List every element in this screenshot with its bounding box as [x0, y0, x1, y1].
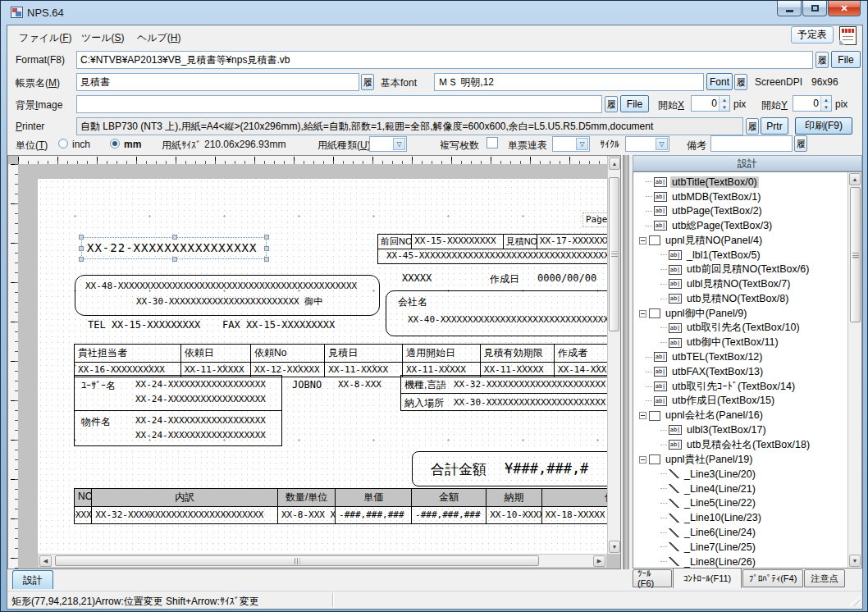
canvas-horizontal-scrollbar[interactable]: ◀ ▶: [38, 554, 607, 568]
company-box[interactable]: 会社名 XX-40-XXXXXXXXXXXXXXXXXXXXXXXXXXXXXX…: [386, 290, 607, 336]
schedule-button[interactable]: 予定表: [791, 26, 834, 43]
vertical-scroll-thumb[interactable]: [609, 177, 619, 331]
form-name-history-button[interactable]: 履: [361, 74, 374, 90]
unit-inch-radio[interactable]: [58, 139, 68, 148]
format-history-button[interactable]: 履: [815, 52, 829, 68]
panel-splitter[interactable]: [623, 155, 629, 569]
printer-field[interactable]: 自動 LBP730 (NT3 上),用紙=A4<縦>(210x296mm),給紙…: [76, 117, 743, 135]
tanpyo-dropdown[interactable]: ▽: [552, 136, 590, 152]
collapse-icon[interactable]: [639, 237, 646, 244]
property-name-box[interactable]: 物件名 XX-24-XXXXXXXXXXXXXXXXXX XX-24-XXXXX…: [74, 411, 282, 446]
menu-file[interactable]: ファイル(F): [14, 29, 76, 45]
tree-item[interactable]: _Line8(Line/26): [635, 555, 847, 569]
scroll-down-icon[interactable]: ▼: [849, 555, 861, 567]
tree-item[interactable]: utb取引先ｺｰﾄﾞ(TextBox/14): [635, 379, 847, 394]
resize-handle[interactable]: [79, 246, 84, 251]
resize-handle[interactable]: [264, 235, 269, 240]
tree-scroll-thumb[interactable]: [850, 187, 861, 322]
resize-handle[interactable]: [264, 246, 269, 251]
resize-handle[interactable]: [172, 235, 177, 240]
page-number-object[interactable]: Page.: [582, 212, 607, 227]
tree-item[interactable]: utb取引先名(TextBox/10): [635, 321, 847, 336]
horizontal-scroll-thumb[interactable]: [55, 555, 539, 566]
collapse-icon[interactable]: [639, 456, 646, 464]
scroll-down-icon[interactable]: ▼: [609, 541, 620, 553]
tree-item[interactable]: upnl会社名(Panel/16): [635, 409, 847, 423]
scroll-left-icon[interactable]: ◀: [39, 555, 52, 567]
tree-item[interactable]: utb前回見積NO(TextBox/6): [635, 263, 847, 277]
design-tree[interactable]: utbTitle(TextBox/0) utbMDB(TextBox/1) ut…: [633, 171, 862, 569]
machine-box[interactable]: 機種,言語 XX-32-XXXXXXXXXXXXXXXXXXXXXX 納入場所 …: [400, 375, 607, 411]
tree-item[interactable]: utbPage(TextBox/2): [635, 204, 847, 219]
tree-item[interactable]: upnl見積NO(Panel/4): [635, 233, 847, 248]
prtr-button[interactable]: Prtr: [761, 117, 788, 135]
tree-item[interactable]: utbTEL(TextBox/12): [635, 350, 847, 365]
menu-tool[interactable]: ツール(S): [76, 29, 130, 45]
close-button[interactable]: ✕: [828, 1, 861, 16]
bg-image-history-button[interactable]: 履: [605, 96, 618, 112]
tab-control[interactable]: ｺﾝﾄﾛｰﾙ(F11): [673, 568, 742, 588]
collapse-icon[interactable]: [639, 412, 646, 419]
jobno-value-object[interactable]: XX-8-XXX: [338, 379, 381, 390]
design-canvas[interactable]: Page. XX-22-XXXXXXXXXXXXXXXX 前回NO XX-15-…: [7, 155, 621, 569]
tab-property[interactable]: ﾌﾟﾛﾊﾟﾃｨ(F4): [742, 569, 803, 587]
maximize-button[interactable]: [802, 1, 827, 16]
tree-item[interactable]: utb御中(TextBox/11): [635, 336, 847, 350]
selected-title-textbox[interactable]: XX-22-XXXXXXXXXXXXXXXX: [81, 237, 267, 259]
bg-image-field[interactable]: [76, 95, 602, 113]
copies-checkbox[interactable]: [487, 137, 498, 148]
minimize-button[interactable]: [777, 1, 802, 16]
tree-item[interactable]: utb作成日(TextBox/15): [635, 394, 847, 409]
tree-item[interactable]: utb総Page(TextBox/3): [635, 218, 847, 233]
printer-history-button[interactable]: 履: [746, 118, 759, 135]
form-page[interactable]: Page. XX-22-XXXXXXXXXXXXXXXX 前回NO XX-15-…: [38, 179, 607, 554]
tree-item[interactable]: _Line5(Line/22): [635, 496, 847, 511]
format-path-field[interactable]: C:¥NTVB¥AP2013¥VB_見積書等¥nps見積書.vb: [76, 51, 813, 69]
tree-item[interactable]: _Line6(Line/24): [635, 525, 847, 540]
font-button[interactable]: Font: [706, 73, 733, 90]
mdb-name-object[interactable]: XXXXX: [402, 272, 432, 284]
tree-item[interactable]: _Line7(Line/25): [635, 540, 847, 555]
tree-item[interactable]: utbTitle(TextBox/0): [635, 175, 847, 190]
total-amount-box[interactable]: 合計金額 ¥###,###,#: [412, 451, 607, 486]
created-date-label[interactable]: 作成日: [490, 272, 519, 286]
scroll-right-icon[interactable]: ▶: [593, 555, 605, 567]
detail-table[interactable]: NO 内訳 数量/単位 単価 金額 納期 備考 XXX XX-32-XXXXXX…: [74, 488, 607, 524]
tree-item[interactable]: _Line3(Line/20): [635, 467, 847, 482]
resize-handle[interactable]: [172, 257, 177, 262]
quote-no-table[interactable]: 前回NO XX-15-XXXXXXXXX 見積NO XX-17-XXXXXXX …: [377, 234, 607, 264]
tree-item[interactable]: utb見積NO(TextBox/8): [635, 291, 847, 306]
cycle-dropdown[interactable]: ▽: [625, 136, 669, 152]
tel-object[interactable]: TEL XX-15-XXXXXXXXX: [88, 319, 200, 331]
base-font-history-button[interactable]: 履: [734, 74, 747, 90]
format-file-button[interactable]: File: [831, 51, 861, 68]
start-x-spinner[interactable]: 0▲▼: [691, 95, 730, 112]
quote-info-table[interactable]: 貴社担当者 依頼日 依頼No 見積日 適用開始日 見積有効期限 作成者 XX-1…: [74, 344, 607, 377]
bg-image-file-button[interactable]: File: [620, 95, 649, 112]
tree-scrollbar[interactable]: ▲ ▼: [847, 172, 861, 568]
remarks-history-button[interactable]: 履: [794, 135, 807, 152]
tree-item[interactable]: utbFAX(TextBox/13): [635, 364, 847, 379]
note-icon[interactable]: [839, 26, 857, 45]
start-y-spinner[interactable]: 0▲▼: [793, 95, 832, 112]
tree-item[interactable]: _Line10(Line/23): [635, 510, 847, 525]
remarks-field[interactable]: [710, 135, 793, 152]
print-button[interactable]: 印刷(F9): [795, 117, 852, 135]
resize-handle[interactable]: [79, 235, 84, 240]
tree-item[interactable]: utbMDB(TextBox/1): [635, 190, 847, 204]
unit-mm-radio[interactable]: [110, 139, 120, 148]
dropdown-icon[interactable]: ▽: [576, 138, 588, 150]
tree-item[interactable]: upnl御中(Panel/9): [635, 306, 847, 321]
form-name-field[interactable]: 見積書: [76, 73, 359, 91]
tab-tool[interactable]: ﾂｰﾙ(F6): [633, 569, 672, 587]
resize-handle[interactable]: [79, 257, 84, 262]
menu-help[interactable]: ヘルプ(H): [132, 29, 186, 45]
tab-notes[interactable]: 注意点: [804, 569, 845, 587]
customer-address-box[interactable]: XX-48-XXXXXXXXXXXXXXXXXXXXXXXXXXXXXXXXXX…: [75, 275, 380, 316]
tree-item[interactable]: utb見積会社名(TextBox/18): [635, 437, 847, 452]
scroll-up-icon[interactable]: ▲: [849, 173, 861, 185]
tree-item[interactable]: ulbl見積NO(TextBox/7): [635, 277, 847, 292]
canvas-vertical-scrollbar[interactable]: ▲ ▼: [607, 156, 621, 555]
scroll-up-icon[interactable]: ▲: [609, 158, 620, 170]
base-font-field[interactable]: ＭＳ 明朝,12: [434, 73, 704, 91]
